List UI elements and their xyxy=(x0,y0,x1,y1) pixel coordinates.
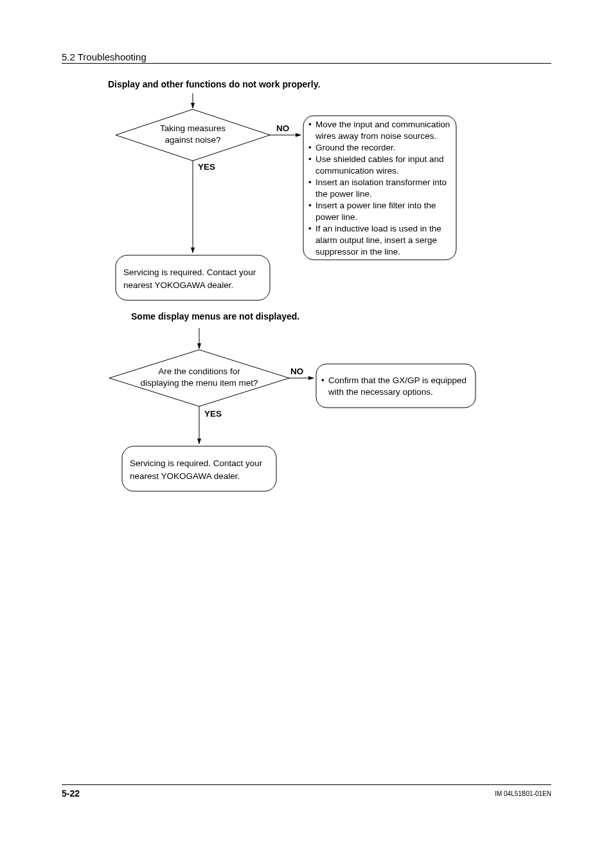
terminal-servicing-1 xyxy=(116,255,270,300)
bullet3-l1: Use shielded cables for input and xyxy=(315,154,444,164)
bullet6-l1: If an inductive load is used in the xyxy=(315,224,441,233)
terminal-2-line1: Servicing is required. Contact your xyxy=(130,458,263,468)
no-label-2: NO xyxy=(290,366,303,376)
terminal-servicing-2 xyxy=(122,446,276,491)
flowchart2-title: Some display menus are not displayed. xyxy=(131,311,299,321)
flowchart1: Taking measures against noise? YES NO Se… xyxy=(96,90,482,309)
page: 5.2 Troubleshooting Display and other fu… xyxy=(0,0,613,868)
bullet-dot: • xyxy=(308,224,312,233)
yes-label-1: YES xyxy=(198,162,215,172)
decision-noise-text1: Taking measures xyxy=(160,123,226,133)
flowchart2: Are the conditions for displaying the me… xyxy=(96,321,495,514)
terminal-1-line1: Servicing is required. Contact your xyxy=(123,267,256,277)
header-rule xyxy=(62,63,551,64)
bullet1-l1: Move the input and communication xyxy=(315,120,450,129)
bullet3-l2: communication wires. xyxy=(315,166,399,176)
no-label-1: NO xyxy=(276,123,289,133)
bullet6-l2: alarm output line, insert a serge xyxy=(315,235,437,245)
bullet-dot: • xyxy=(308,177,312,187)
advice-box-2 xyxy=(316,364,475,408)
bullet-dot: • xyxy=(308,201,312,210)
decision-noise-text2: against noise? xyxy=(164,135,220,145)
bullet2-1-l2: with the necessary options. xyxy=(328,387,433,397)
bullet5-l1: Insert a power line filter into the xyxy=(315,201,436,210)
flowchart1-title: Display and other functions do not work … xyxy=(108,79,320,89)
yes-label-2: YES xyxy=(204,409,222,419)
bullet2-l1: Ground the recorder. xyxy=(315,143,396,152)
bullet-dot: • xyxy=(308,154,312,164)
decision-menu-text1: Are the conditions for xyxy=(158,366,240,376)
bullet1-l2: wires away from noise sources. xyxy=(315,131,436,141)
bullet-dot: • xyxy=(321,375,324,385)
bullet4-l1: Insert an isolation transformer into xyxy=(315,177,447,187)
terminal-2-line2: nearest YOKOGAWA dealer. xyxy=(130,471,240,481)
section-header: 5.2 Troubleshooting xyxy=(62,51,147,62)
bullet4-l2: the power line. xyxy=(315,189,372,199)
bullet2-1-l1: Confirm that the GX/GP is equipped xyxy=(328,375,466,385)
bullet-dot: • xyxy=(308,143,312,152)
footer-rule xyxy=(62,784,551,785)
footer-doc-id: IM 04L51B01-01EN xyxy=(495,790,551,797)
bullet6-l3: suppressor in the line. xyxy=(315,247,400,257)
decision-menu-text2: displaying the menu item met? xyxy=(140,378,258,388)
bullet-dot: • xyxy=(308,120,312,129)
terminal-1-line2: nearest YOKOGAWA dealer. xyxy=(123,280,233,290)
footer-page-number: 5-22 xyxy=(62,788,80,799)
bullet5-l2: power line. xyxy=(315,212,357,222)
